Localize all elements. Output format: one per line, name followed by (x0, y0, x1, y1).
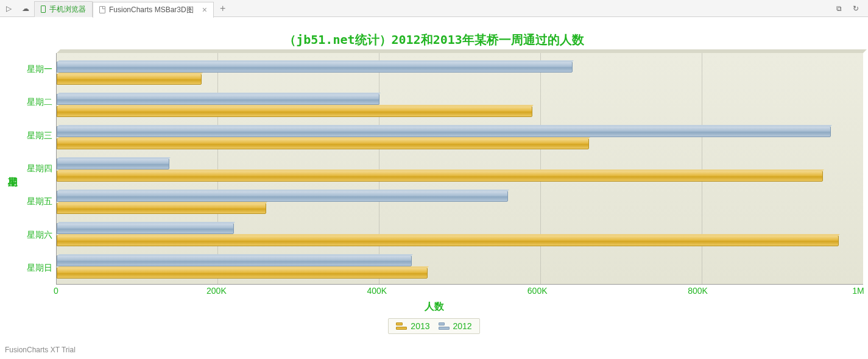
x-tick: 600K (528, 286, 548, 296)
tab-mobile-browser[interactable]: 手机浏览器 (34, 1, 93, 17)
legend-swatch-icon (439, 322, 450, 330)
legend-label: 2013 (411, 321, 429, 331)
category-group (57, 60, 863, 86)
y-tick: 星期四 (19, 163, 52, 174)
category-group (57, 190, 863, 215)
y-tick: 星期六 (19, 230, 52, 241)
legend-item-2013[interactable]: 2013 (396, 321, 429, 331)
category-group (57, 93, 863, 118)
bar-2012[interactable] (57, 223, 234, 234)
bar-2013[interactable] (57, 268, 428, 279)
tab-label: FusionCharts MSBar3D图 (109, 5, 194, 15)
y-tick: 星期一 (19, 64, 52, 75)
mobile-icon (41, 5, 46, 13)
y-tick: 星期三 (19, 130, 52, 141)
bar-2013[interactable] (57, 171, 823, 182)
restore-icon[interactable]: ⧉ (830, 0, 847, 17)
plot-wrapper: 星期 星期一星期二星期三星期四星期五星期六星期日 (5, 53, 863, 285)
play-icon[interactable]: ▷ (0, 0, 17, 17)
watermark: FusionCharts XT Trial (5, 346, 76, 354)
close-icon[interactable]: × (202, 5, 207, 15)
bar-2012[interactable] (57, 126, 831, 137)
legend-label: 2012 (453, 321, 472, 331)
x-tick: 400K (367, 286, 387, 296)
category-group (57, 125, 863, 151)
bar-2013[interactable] (57, 138, 589, 149)
tab-fusioncharts[interactable]: FusionCharts MSBar3D图 × (93, 2, 214, 18)
x-tick: 0 (54, 286, 58, 296)
bar-2012[interactable] (57, 158, 169, 169)
tab-label: 手机浏览器 (49, 4, 86, 15)
x-tick: 200K (206, 286, 227, 296)
bar-2012[interactable] (57, 255, 412, 266)
chart-title: （jb51.net统计）2012和2013年某桥一周通过的人数 (5, 32, 863, 48)
bar-2013[interactable] (57, 235, 839, 246)
y-tick-labels: 星期一星期二星期三星期四星期五星期六星期日 (19, 53, 56, 285)
cloud-icon[interactable]: ☁ (17, 0, 34, 17)
legend: 20132012 (388, 318, 479, 334)
legend-swatch-icon (396, 322, 407, 330)
legend-item-2012[interactable]: 2012 (439, 321, 472, 331)
refresh-icon[interactable]: ↻ (847, 0, 864, 17)
page-icon (99, 6, 105, 13)
bar-2012[interactable] (57, 191, 508, 202)
bar-2013[interactable] (57, 74, 202, 85)
bar-2013[interactable] (57, 106, 532, 117)
plot-area (56, 53, 863, 285)
bar-2012[interactable] (57, 62, 573, 73)
bar-2012[interactable] (57, 94, 379, 105)
x-tick: 1M (852, 286, 864, 296)
x-axis-label: 人数 (5, 300, 863, 313)
add-tab-button[interactable]: + (214, 3, 231, 14)
x-tick-labels: 0200K400K600K800K1M (56, 285, 858, 297)
y-axis-label: 星期 (5, 53, 19, 285)
y-tick: 星期二 (19, 97, 52, 108)
y-tick: 星期五 (19, 196, 52, 207)
browser-tab-bar: ▷ ☁ 手机浏览器 FusionCharts MSBar3D图 × + ⧉ ↻ (0, 0, 868, 17)
y-tick: 星期日 (19, 263, 52, 274)
category-group (57, 157, 863, 183)
category-group (57, 254, 863, 280)
chart-container: （jb51.net统计）2012和2013年某桥一周通过的人数 星期 星期一星期… (0, 17, 868, 334)
category-group (57, 222, 863, 247)
x-tick: 800K (688, 286, 708, 296)
bar-2013[interactable] (57, 203, 266, 214)
